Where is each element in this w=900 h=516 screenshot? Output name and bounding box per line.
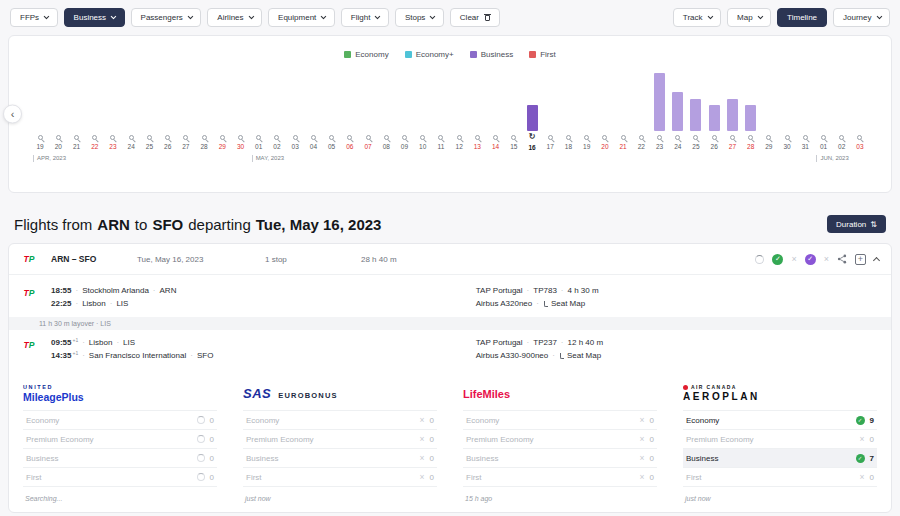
cabin-row[interactable]: Premium Economy 0	[683, 430, 877, 449]
search-day-icon[interactable]	[621, 135, 626, 140]
timeline-day[interactable]: 20	[596, 67, 614, 167]
search-day-icon[interactable]	[420, 135, 425, 140]
search-day-icon[interactable]	[129, 135, 134, 140]
view-journey[interactable]: Journey	[833, 8, 890, 27]
filter-stops[interactable]: Stops	[395, 8, 444, 27]
timeline-day[interactable]: 07	[359, 67, 377, 167]
view-track[interactable]: Track	[673, 8, 721, 27]
search-day-icon[interactable]	[693, 135, 698, 140]
search-day-icon[interactable]	[293, 135, 298, 140]
search-day-icon[interactable]	[74, 135, 79, 140]
search-day-icon[interactable]	[602, 135, 607, 140]
search-day-icon[interactable]	[730, 135, 735, 140]
search-day-icon[interactable]	[183, 135, 188, 140]
search-day-icon[interactable]	[92, 135, 97, 140]
timeline-day[interactable]: 30	[231, 67, 249, 167]
timeline-day[interactable]: 25	[140, 67, 158, 167]
view-timeline[interactable]: Timeline	[777, 8, 827, 27]
timeline-day[interactable]: 29	[760, 67, 778, 167]
timeline-day[interactable]: 05	[323, 67, 341, 167]
flight-header[interactable]: TP ARN – SFO Tue, May 16, 2023 1 stop 28…	[9, 244, 891, 275]
sort-duration-button[interactable]: Duration ⇅	[827, 215, 886, 233]
timeline-day[interactable]: 15	[505, 67, 523, 167]
timeline-day[interactable]: 03	[286, 67, 304, 167]
timeline-day[interactable]: 27	[177, 67, 195, 167]
search-day-icon[interactable]	[238, 135, 243, 140]
search-day-icon[interactable]	[712, 135, 717, 140]
search-day-icon[interactable]	[857, 135, 862, 140]
timeline-day[interactable]: 18	[559, 67, 577, 167]
timeline-day[interactable]: 19 APR, 2023	[31, 67, 49, 167]
search-day-icon[interactable]	[256, 135, 261, 140]
timeline-day[interactable]: 24	[669, 67, 687, 167]
timeline-day[interactable]: 08	[377, 67, 395, 167]
timeline-day[interactable]: 10	[414, 67, 432, 167]
timeline-prev-button[interactable]: ‹	[3, 105, 22, 124]
filter-ffps[interactable]: FFPs	[10, 8, 58, 27]
search-day-icon[interactable]	[329, 135, 334, 140]
timeline-day[interactable]: 13	[468, 67, 486, 167]
timeline-day[interactable]: 04	[304, 67, 322, 167]
timeline-day[interactable]: 22	[86, 67, 104, 167]
search-day-icon[interactable]	[766, 135, 771, 140]
search-day-icon[interactable]	[366, 135, 371, 140]
timeline-day[interactable]: 02	[833, 67, 851, 167]
cabin-row[interactable]: First 0	[463, 468, 657, 487]
search-day-icon[interactable]	[202, 135, 207, 140]
filter-airlines[interactable]: Airlines	[207, 8, 262, 27]
timeline-day[interactable]: 03	[851, 67, 869, 167]
view-map[interactable]: Map	[727, 8, 771, 27]
timeline-day[interactable]: 21	[614, 67, 632, 167]
search-day-icon[interactable]	[639, 135, 644, 140]
timeline-day[interactable]: 11	[432, 67, 450, 167]
timeline-day[interactable]: 26	[705, 67, 723, 167]
search-day-icon[interactable]	[38, 135, 43, 140]
timeline-day[interactable]: 22	[632, 67, 650, 167]
seat-map-link[interactable]: Seat Map	[551, 298, 585, 311]
cabin-row[interactable]: Business 7	[683, 449, 877, 468]
search-day-icon[interactable]	[457, 135, 462, 140]
cabin-row[interactable]: Economy 0	[243, 411, 437, 430]
collapse-chevron-icon[interactable]	[873, 257, 880, 264]
filter-clear[interactable]: Clear	[450, 8, 500, 27]
cabin-row[interactable]: Economy 9	[683, 411, 877, 430]
search-day-icon[interactable]	[657, 135, 662, 140]
timeline-day[interactable]: 29	[213, 67, 231, 167]
search-day-icon[interactable]	[311, 135, 316, 140]
timeline-day[interactable]: 26	[159, 67, 177, 167]
search-day-icon[interactable]	[675, 135, 680, 140]
search-day-icon[interactable]	[511, 135, 516, 140]
seat-map-link[interactable]: Seat Map	[567, 350, 601, 363]
search-day-icon[interactable]	[274, 135, 279, 140]
cabin-row[interactable]: Premium Economy 0	[23, 430, 217, 449]
search-day-icon[interactable]	[803, 135, 808, 140]
cabin-row[interactable]: First 0	[243, 468, 437, 487]
search-day-icon[interactable]	[56, 135, 61, 140]
timeline-day[interactable]: ↻ 16	[523, 67, 541, 167]
timeline-day[interactable]: 02	[268, 67, 286, 167]
refresh-day-icon[interactable]: ↻	[529, 133, 536, 141]
filter-flight[interactable]: Flight	[341, 8, 389, 27]
cabin-row[interactable]: Business 0	[243, 449, 437, 468]
timeline-day[interactable]: 12	[450, 67, 468, 167]
timeline-day[interactable]: 21	[67, 67, 85, 167]
search-day-icon[interactable]	[110, 135, 115, 140]
search-day-icon[interactable]	[493, 135, 498, 140]
timeline-day[interactable]: 28	[195, 67, 213, 167]
timeline-day[interactable]: 31	[796, 67, 814, 167]
timeline-day[interactable]: 19	[578, 67, 596, 167]
timeline-day[interactable]: 23	[650, 67, 668, 167]
timeline-day[interactable]: 20	[49, 67, 67, 167]
search-day-icon[interactable]	[220, 135, 225, 140]
search-day-icon[interactable]	[347, 135, 352, 140]
search-day-icon[interactable]	[821, 135, 826, 140]
timeline-day[interactable]: 14	[486, 67, 504, 167]
expand-icon[interactable]	[855, 254, 866, 265]
search-day-icon[interactable]	[839, 135, 844, 140]
search-day-icon[interactable]	[548, 135, 553, 140]
cabin-row[interactable]: Economy 0	[463, 411, 657, 430]
search-day-icon[interactable]	[748, 135, 753, 140]
cabin-row[interactable]: Business 0	[23, 449, 217, 468]
timeline-day[interactable]: 06	[341, 67, 359, 167]
cabin-row[interactable]: First 0	[23, 468, 217, 487]
